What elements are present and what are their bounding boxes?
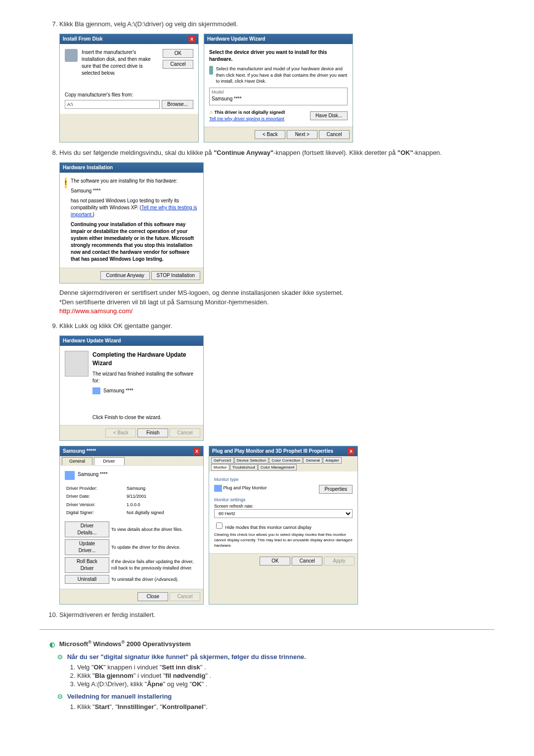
uninstall-button[interactable]: Uninstall [65,575,109,584]
step-9-text: Klikk Lukk og klikk OK gjentatte ganger. [59,322,172,330]
dialog-title: Plug and Play Monitor and 3D Prophet III… [212,448,333,455]
tab-item[interactable]: Device Selection [234,457,269,464]
cancel-button: Cancel [170,592,200,601]
monitor-settings-label: Monitor settings [214,497,353,503]
ok-button[interactable]: OK [260,557,290,566]
sig-heading: Når du ser "digital signatur ikke funnet… [67,653,306,661]
step-10: Skjermdriveren er ferdig installert. [59,611,494,619]
step-9: Klikk Lukk og klikk OK gjentatte ganger.… [59,322,494,605]
tab-item[interactable]: Monitor [211,464,229,471]
close-button[interactable]: Close [137,592,168,601]
cancel-button[interactable]: Cancel [319,130,350,139]
ok-button[interactable]: OK [163,49,193,58]
hw-installation-dialog: Hardware Installation ! The software you… [59,162,204,284]
apply-button: Apply [324,557,355,566]
bullet-icon: ⊙ [54,653,65,661]
step-10-text: Skjermdriveren er ferdig installert. [59,611,155,618]
refresh-label: Screen refresh rate: [214,503,353,510]
cancel-button[interactable]: Cancel [163,60,193,69]
completing-heading: Completing the Hardware Update Wizard [92,351,186,367]
pnp-monitor: Plug and Play Monitor [223,485,267,490]
path-input[interactable] [65,100,160,109]
step-7-text: Klikk Bla gjennom, velg A:\(D:\driver) o… [59,20,238,28]
step-8-note1: Denne skjermdriveren er sertifisert unde… [59,288,494,297]
close-icon[interactable]: X [188,36,195,43]
info-icon [209,66,213,75]
props-name: Samsung **** [78,471,108,480]
install-from-disk-dialog: Install From Disk X Insert the manufactu… [59,34,199,142]
hide-modes-desc: Clearing this check box allows you to se… [214,532,353,549]
continue-anyway-button[interactable]: Continue Anyway [100,271,149,280]
close-icon[interactable]: X [348,448,355,455]
driver-properties-dialog: Samsung ***** X General Driver Samsung *… [59,446,204,605]
rollback-driver-button[interactable]: Roll Back Driver [65,557,109,573]
manual-heading: Veiledning for manuell installering [67,693,172,700]
properties-button[interactable]: Properties [319,485,353,494]
step-8-note2: *Den sertifiserte driveren vil bli lagt … [59,298,494,307]
next-button[interactable]: Next > [287,130,317,139]
wizard-graphic-icon [65,351,89,377]
refresh-select[interactable]: 60 Hertz [214,509,353,518]
dialog-title: Hardware Update Wizard [63,337,121,344]
model-value: Samsung **** [212,95,345,102]
close-icon[interactable]: X [193,448,200,455]
manual-step-1: Klikk "Start", "Innstillinger", "Kontrol… [77,703,494,710]
dialog-title: Hardware Installation [63,164,113,171]
monitor-icon [65,471,75,480]
bullet-icon: ◐ [46,641,57,648]
stop-installation-button[interactable]: STOP Installation [151,271,200,280]
step-8: Hvis du ser følgende meldingsvindu, skal… [59,148,494,316]
hw-update-wizard-dialog: Hardware Update Wizard Select the device… [204,34,353,142]
sig-step-2: Klikk "Bla gjennom" i vinduet "fil nødve… [77,672,494,679]
cancel-button: Cancel [170,428,200,437]
monitor-icon [92,387,100,394]
model-label: Model [212,89,345,95]
finish-button[interactable]: Finish [137,428,168,437]
completing-name: Samsung **** [103,387,134,394]
browse-button[interactable]: Browse... [162,100,193,109]
not-signed-text: This driver is not digitally signed! [215,110,286,115]
copy-from-label: Copy manufacturer's files from: [65,92,193,98]
install-instruction: Insert the manufacturer's installation d… [82,49,159,77]
floppy-icon [65,49,78,62]
tab-item[interactable]: General [303,457,322,464]
bullet-icon: ⊙ [54,693,65,700]
warning-icon: ! [65,178,67,189]
tab-item[interactable]: Troubleshoot [230,464,258,471]
tab-item[interactable]: Adapter [323,457,342,464]
monitor-icon [214,485,222,492]
digital-signature-section: ⊙ Når du ser "digital signatur ikke funn… [54,653,494,688]
driver-details-button[interactable]: Driver Details... [65,521,109,537]
tab-item[interactable]: Color Correction [269,457,303,464]
select-driver-heading: Select the device driver you want to ins… [209,49,327,62]
hw-warning: Continuing your installation of this sof… [71,221,198,263]
section-divider [40,629,494,630]
monitor-type-label: Monitor type [214,476,353,483]
manu-instruction: Select the manufacturer and model of you… [216,66,348,85]
dialog-title: Hardware Update Wizard [207,36,266,43]
click-finish: Click Finish to close the wizard. [92,414,198,421]
hide-modes-checkbox[interactable] [216,522,222,529]
update-driver-button[interactable]: Update Driver... [65,539,109,555]
ms2000-heading: ◐ Microsoft® Windows® 2000 Operativsyste… [40,640,494,648]
back-button: < Back [105,428,136,437]
tell-me-link[interactable]: Tell me why driver signing is important [209,116,284,121]
sig-step-3: Velg A:(D:\Driver), klikk "Åpne" og velg… [77,680,494,688]
hw-line1: The software you are installing for this… [71,178,198,185]
hw-name: Samsung **** [71,188,198,194]
tab-item[interactable]: GeForce3 [211,457,234,464]
manual-install-section: ⊙ Veiledning for manuell installering Kl… [54,693,494,710]
back-button[interactable]: < Back [255,130,285,139]
dialog-title: Install From Disk [63,36,103,43]
tab-general[interactable]: General [62,457,92,465]
dialog-title: Samsung ***** [63,448,96,455]
monitor-properties-dialog: Plug and Play Monitor and 3D Prophet III… [209,446,358,605]
completing-wizard-dialog: Hardware Update Wizard Completing the Ha… [59,335,204,441]
step-7: Klikk Bla gjennom, velg A:\(D:\driver) o… [59,20,494,142]
samsung-link[interactable]: http://www.samsung.com/ [59,307,133,315]
have-disk-button[interactable]: Have Disk... [310,111,348,120]
cancel-button[interactable]: Cancel [292,557,322,566]
tab-item[interactable]: Color Management [258,464,297,471]
tab-driver[interactable]: Driver [94,457,125,465]
warning-icon: ⚠ [209,110,213,115]
